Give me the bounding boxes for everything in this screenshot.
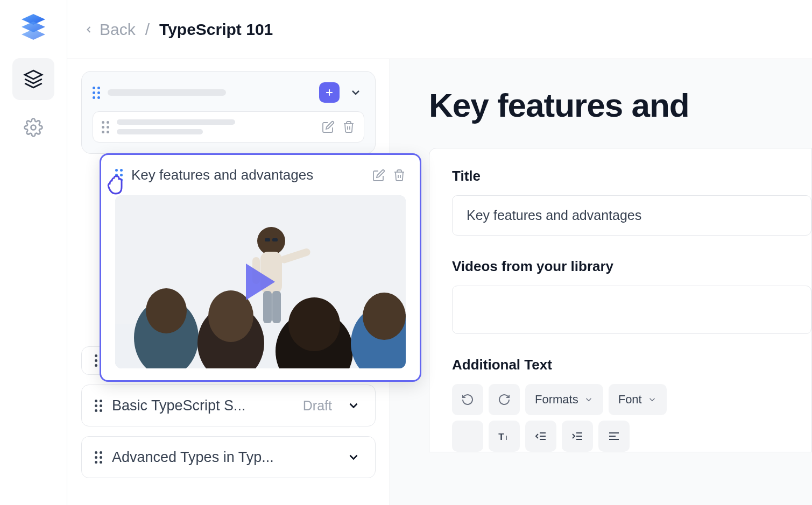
chevron-down-icon <box>349 86 362 99</box>
page-title: TypeScript 101 <box>159 20 273 39</box>
section-title: Basic TypeScript S... <box>112 397 293 414</box>
collapse-button[interactable] <box>347 84 364 101</box>
svg-rect-13 <box>272 238 278 241</box>
lesson-editor-panel: Key features and Title Videos from your … <box>390 59 812 505</box>
svg-point-6 <box>257 227 285 255</box>
video-thumbnail[interactable] <box>115 195 406 368</box>
font-size-button[interactable]: TI <box>489 421 520 452</box>
editor-heading: Key features and <box>429 86 812 124</box>
play-icon[interactable] <box>246 264 275 300</box>
formats-dropdown[interactable]: Formats <box>525 384 603 415</box>
module-title-placeholder <box>108 89 312 96</box>
redo-button[interactable] <box>489 384 520 415</box>
edit-icon[interactable] <box>322 120 335 133</box>
indent-icon <box>571 430 584 443</box>
toolbar-button[interactable] <box>452 421 483 452</box>
chevron-down-icon <box>647 395 657 404</box>
section-row[interactable]: Basic TypeScript S... Draft <box>81 385 376 426</box>
breadcrumb: Back / TypeScript 101 <box>67 0 812 59</box>
back-link[interactable]: Back <box>83 20 136 39</box>
expand-button[interactable] <box>345 449 362 466</box>
active-lesson-card[interactable]: Key features and advantages <box>100 153 421 382</box>
font-label: Font <box>618 393 642 407</box>
add-lesson-button[interactable] <box>319 82 340 103</box>
nav-settings[interactable] <box>12 106 54 148</box>
lesson-list-panel: Basic TypeScript S... Draft Advanced Typ… <box>67 59 390 505</box>
back-label: Back <box>100 20 136 39</box>
svg-point-15 <box>146 288 187 333</box>
nav-courses[interactable] <box>12 58 54 100</box>
title-input[interactable] <box>452 195 811 236</box>
undo-icon <box>461 393 474 406</box>
indent-button[interactable] <box>562 421 593 452</box>
trash-icon[interactable] <box>342 120 355 133</box>
svg-marker-0 <box>25 70 42 79</box>
drag-handle-icon[interactable] <box>93 87 100 99</box>
svg-text:T: T <box>498 431 504 442</box>
trash-icon[interactable] <box>393 169 406 182</box>
outdent-button[interactable] <box>525 421 556 452</box>
lesson-title: Key features and advantages <box>131 167 364 183</box>
font-dropdown[interactable]: Font <box>609 384 667 415</box>
section-row[interactable]: Advanced Types in Typ... <box>81 436 376 478</box>
grab-cursor-icon <box>102 171 128 197</box>
video-library-selector[interactable] <box>452 286 811 334</box>
redo-icon <box>498 393 511 406</box>
edit-icon[interactable] <box>372 169 385 182</box>
status-badge: Draft <box>303 398 332 414</box>
lesson-row-placeholder[interactable] <box>93 111 364 143</box>
breadcrumb-separator: / <box>145 20 150 39</box>
expand-button[interactable] <box>345 397 362 414</box>
gear-icon <box>24 118 43 137</box>
chevron-left-icon <box>83 24 94 35</box>
chevron-down-icon <box>347 450 361 464</box>
text-size-icon: TI <box>497 429 511 443</box>
additional-text-label: Additional Text <box>452 357 811 373</box>
chevron-down-icon <box>347 399 361 412</box>
svg-point-1 <box>31 125 36 130</box>
layers-icon <box>23 69 44 89</box>
module-card <box>81 71 376 154</box>
section-title: Advanced Types in Typ... <box>112 449 335 466</box>
rich-text-toolbar: Formats Font <box>452 384 811 415</box>
svg-point-21 <box>363 293 406 340</box>
videos-label: Videos from your library <box>452 258 811 275</box>
plus-icon <box>324 87 335 98</box>
svg-text:I: I <box>505 435 507 441</box>
sidebar <box>0 0 67 505</box>
formats-label: Formats <box>535 393 578 407</box>
title-label: Title <box>452 168 811 184</box>
outdent-icon <box>534 430 547 443</box>
drag-handle-icon[interactable] <box>102 121 109 133</box>
app-logo <box>18 12 48 42</box>
svg-rect-12 <box>265 238 270 241</box>
chevron-down-icon <box>584 395 594 404</box>
drag-handle-icon[interactable] <box>95 451 102 464</box>
align-left-icon <box>608 430 620 443</box>
align-button[interactable] <box>598 421 630 452</box>
undo-button[interactable] <box>452 384 483 415</box>
drag-handle-icon[interactable] <box>95 400 102 412</box>
svg-point-19 <box>288 297 340 351</box>
